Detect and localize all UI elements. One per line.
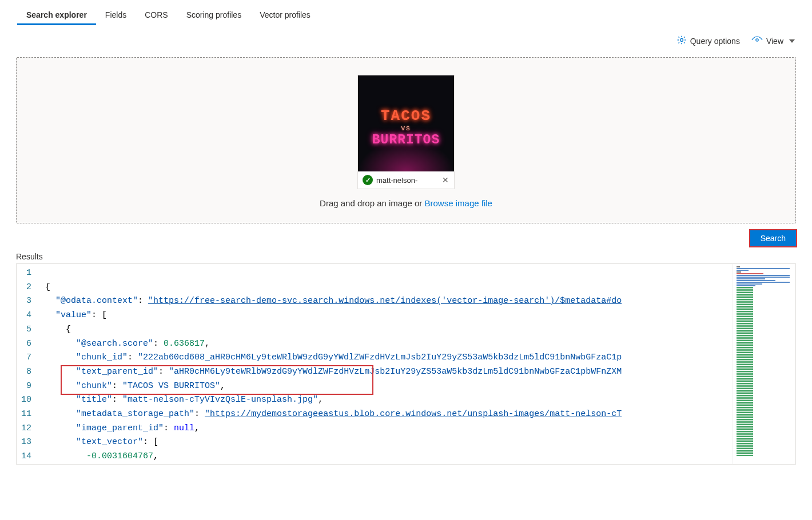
chevron-down-icon [789, 39, 795, 43]
line-number: 11 [21, 407, 31, 422]
dropzone-text: Drag and drop an image or Browse image f… [320, 198, 492, 208]
results-heading: Results [0, 246, 812, 263]
line-number: 1 [21, 266, 31, 281]
tab-scoring-profiles[interactable]: Scoring profiles [177, 6, 251, 24]
gear-icon [676, 35, 687, 47]
preview-image: TACOS VS BURRITOS [358, 75, 454, 171]
remove-file-button[interactable]: ✕ [441, 176, 449, 184]
tab-fields[interactable]: Fields [96, 6, 136, 24]
toolbar: Query options View [0, 25, 812, 53]
line-number: 9 [21, 379, 31, 394]
line-number: 7 [21, 351, 31, 365]
preview-footer: ✓ matt-nelson- ✕ [358, 171, 454, 189]
image-preview-card: TACOS VS BURRITOS ✓ matt-nelson- ✕ [357, 75, 455, 189]
line-number: 14 [21, 450, 31, 464]
line-number: 5 [21, 323, 31, 337]
drag-text: Drag and drop an image or [320, 198, 424, 208]
tabs-row: Search explorer Fields CORS Scoring prof… [0, 0, 812, 25]
line-number-gutter: 1 2 3 4 5 6 7 8 9 10 11 12 13 14 [17, 264, 40, 464]
image-dropzone[interactable]: TACOS VS BURRITOS ✓ matt-nelson- ✕ Drag … [16, 57, 796, 223]
view-label: View [766, 37, 783, 46]
line-number: 10 [21, 393, 31, 407]
tab-search-explorer[interactable]: Search explorer [17, 6, 96, 24]
line-number: 6 [21, 337, 31, 351]
line-number: 12 [21, 422, 31, 436]
svg-point-0 [680, 39, 683, 42]
search-button[interactable]: Search [750, 230, 796, 246]
uploaded-file-name: matt-nelson- [376, 176, 438, 185]
results-code-panel: 1 2 3 4 5 6 7 8 9 10 11 12 13 14 { "@oda… [16, 263, 796, 465]
code-body[interactable]: { "@odata.context": "https://free-search… [40, 264, 733, 464]
minimap[interactable] [733, 264, 795, 464]
minimap-content [737, 266, 792, 457]
neon-text-top: TACOS [381, 107, 431, 125]
neon-text-mid: VS [401, 125, 411, 132]
browse-link[interactable]: Browse image file [425, 198, 492, 208]
eye-icon [751, 36, 763, 46]
checkmark-icon: ✓ [363, 175, 373, 185]
line-number: 8 [21, 365, 31, 379]
line-number: 2 [21, 281, 31, 295]
svg-point-1 [756, 39, 758, 41]
tab-vector-profiles[interactable]: Vector profiles [250, 6, 320, 24]
query-options-button[interactable]: Query options [676, 35, 740, 47]
tab-cors[interactable]: CORS [136, 6, 177, 24]
query-options-label: Query options [690, 37, 740, 46]
view-dropdown[interactable]: View [751, 36, 795, 46]
neon-text-bot: BURRITOS [372, 133, 440, 147]
line-number: 3 [21, 294, 31, 309]
line-number: 13 [21, 435, 31, 450]
line-number: 4 [21, 309, 31, 323]
search-row: Search [0, 223, 812, 246]
